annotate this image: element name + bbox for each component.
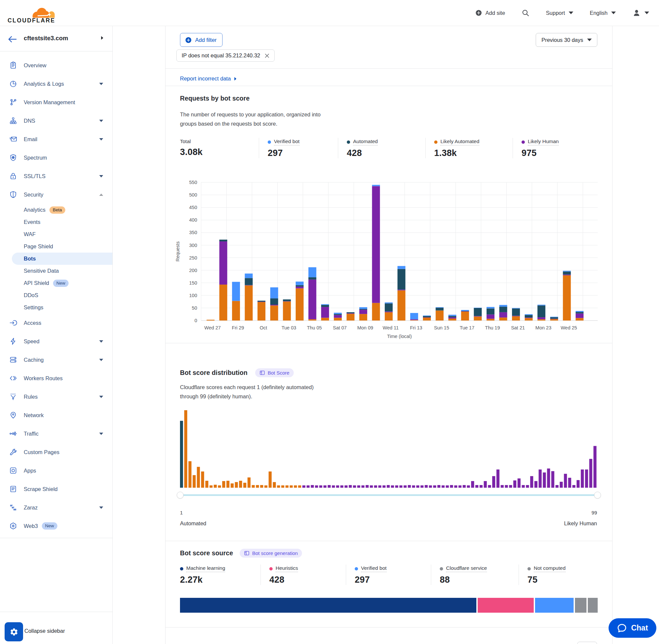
requests-by-bot-score-chart[interactable]: 050100150200250300350400450500550Wed 27F… <box>165 171 613 344</box>
svg-text:100: 100 <box>189 293 197 298</box>
sidebar-subitem-api-shield[interactable]: API ShieldNew <box>0 277 112 289</box>
requests-stat-total: Total3.08k <box>180 138 259 158</box>
sidebar-subitem-sensitive-data[interactable]: Sensitive Data <box>0 265 112 277</box>
sidebar-item-security[interactable]: Security <box>0 185 112 204</box>
source-stat-verified-bot: Verified bot297 <box>346 565 431 585</box>
chat-label: Chat <box>631 624 648 632</box>
chevron-down-icon <box>99 359 103 361</box>
svg-text:Fri 13: Fri 13 <box>410 325 422 330</box>
sidebar-subitem-ddos[interactable]: DDoS <box>0 289 112 301</box>
sidebar-subitem-label: Settings <box>24 304 44 310</box>
sidebar-item-caching[interactable]: Caching <box>0 350 112 369</box>
sidebar-item-scrape-shield[interactable]: Scrape Shield <box>0 480 112 498</box>
custompages-icon <box>9 448 17 456</box>
add-site-button[interactable]: Add site <box>475 9 505 17</box>
sidebar-item-access[interactable]: Access <box>0 314 112 332</box>
stat-label: Heuristics <box>276 565 298 572</box>
distribution-section-title: Bot score distribution <box>180 369 248 376</box>
add-filter-label: Add filter <box>195 37 217 43</box>
sidebar-item-network[interactable]: Network <box>0 406 112 424</box>
sidebar-item-apps[interactable]: Apps <box>0 461 112 480</box>
back-arrow-icon[interactable] <box>7 34 17 44</box>
stat-value: 428 <box>347 148 425 158</box>
support-menu[interactable]: Support <box>546 10 573 16</box>
language-menu[interactable]: English <box>590 10 616 16</box>
settings-gear-button[interactable] <box>5 622 23 641</box>
sidebar-item-label: Custom Pages <box>24 449 59 455</box>
bot-score-badge[interactable]: Bot Score <box>255 368 294 377</box>
chevron-right-icon[interactable] <box>101 36 103 40</box>
site-name[interactable]: cftestsite3.com <box>24 34 68 42</box>
sidebar-item-speed[interactable]: Speed <box>0 332 112 350</box>
sidebar-item-label: Web3New <box>24 522 57 530</box>
apps-icon <box>9 466 17 475</box>
sidebar-subitem-events[interactable]: Events <box>0 216 112 228</box>
sidebar-item-analytics-logs[interactable]: Analytics & Logs <box>0 74 112 93</box>
workers-icon <box>9 374 17 382</box>
stat-label: Total <box>180 138 191 144</box>
account-menu[interactable] <box>632 8 649 17</box>
chevron-down-icon <box>587 39 592 41</box>
sidebar-item-spectrum[interactable]: Spectrum <box>0 148 112 167</box>
sidebar-item-label: SSL/TLS <box>24 173 46 179</box>
sidebar-subitem-bots[interactable]: Bots <box>0 253 112 265</box>
source-bar-segment-machine-learning <box>180 598 476 613</box>
sidebar-subitem-waf[interactable]: WAF <box>0 228 112 240</box>
stat-value: 297 <box>268 148 338 158</box>
access-icon <box>9 319 17 327</box>
partial-button[interactable] <box>577 642 597 644</box>
sidebar-subitem-analytics[interactable]: AnalyticsBeta <box>0 204 112 216</box>
sidebar-item-zaraz[interactable]: Zaraz <box>0 498 112 517</box>
filter-chip-label: IP does not equal 35.212.240.32 <box>182 52 260 59</box>
sidebar: cftestsite3.com OverviewAnalytics & Logs… <box>0 26 113 644</box>
sidebar-item-label: Caching <box>24 357 44 363</box>
search-button[interactable] <box>521 9 529 17</box>
stat-value: 75 <box>527 575 598 585</box>
collapse-sidebar-label[interactable]: Collapse sidebar <box>24 628 65 634</box>
support-label: Support <box>546 10 565 16</box>
chat-button[interactable]: Chat <box>609 618 656 638</box>
sidebar-item-overview[interactable]: Overview <box>0 56 112 74</box>
main-content: Add filter Previous 30 days IP does not … <box>165 26 613 644</box>
time-range-dropdown[interactable]: Previous 30 days <box>536 33 597 47</box>
slider-handle-right[interactable] <box>594 492 601 499</box>
stat-value: 3.08k <box>180 147 259 157</box>
new-badge: New <box>42 522 57 530</box>
score-slider-track[interactable] <box>180 494 598 496</box>
beta-badge: Beta <box>49 206 65 214</box>
legend-dot <box>527 567 531 571</box>
sidebar-item-label: Security <box>24 191 44 198</box>
add-filter-button[interactable]: Add filter <box>180 33 222 47</box>
sidebar-item-custom-pages[interactable]: Custom Pages <box>0 443 112 461</box>
sidebar-item-version-management[interactable]: Version Management <box>0 93 112 112</box>
slider-handle-left[interactable] <box>177 492 184 499</box>
time-range-label: Previous 30 days <box>541 37 583 43</box>
divider <box>165 541 612 541</box>
cloudflare-logo[interactable]: CLOUDFLARE <box>7 3 57 24</box>
network-icon <box>9 411 17 419</box>
chevron-down-icon <box>99 175 103 178</box>
stat-label: Automated <box>353 138 378 145</box>
close-icon[interactable] <box>264 53 270 59</box>
bot-score-generation-badge[interactable]: Bot score generation <box>240 549 302 558</box>
svg-text:200: 200 <box>189 268 197 273</box>
svg-text:500: 500 <box>189 192 197 198</box>
sidebar-item-rules[interactable]: Rules <box>0 388 112 406</box>
sidebar-item-email[interactable]: Email <box>0 130 112 148</box>
sidebar-subitem-page-shield[interactable]: Page Shield <box>0 240 112 253</box>
person-icon <box>632 8 641 17</box>
source-bar-segment-cloudflare-service <box>575 598 587 613</box>
bot-score-distribution-chart[interactable] <box>165 409 613 491</box>
sidebar-item-dns[interactable]: DNS <box>0 112 112 130</box>
sidebar-subitem-settings[interactable]: Settings <box>0 301 112 314</box>
source-stat-heuristics: Heuristics428 <box>260 565 346 585</box>
report-incorrect-data-link[interactable]: Report incorrect data <box>180 75 237 82</box>
distribution-histogram-svg <box>165 409 613 491</box>
ssl-icon <box>9 172 17 180</box>
sidebar-item-ssl-tls[interactable]: SSL/TLS <box>0 167 112 185</box>
filter-chip: IP does not equal 35.212.240.32 <box>176 49 275 62</box>
sidebar-item-traffic[interactable]: Traffic <box>0 424 112 443</box>
sidebar-subitem-label: Bots <box>24 256 36 262</box>
sidebar-item-web3[interactable]: Web3New <box>0 517 112 535</box>
sidebar-item-workers-routes[interactable]: Workers Routes <box>0 369 112 388</box>
